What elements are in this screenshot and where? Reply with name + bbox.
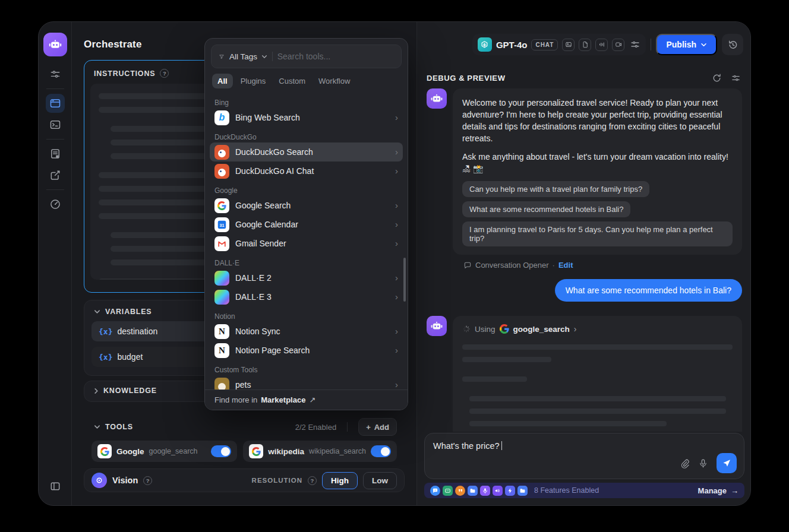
rail-divider xyxy=(46,88,64,89)
tool-item-google-calendar[interactable]: Google Calendar xyxy=(210,215,403,234)
openai-logo-icon xyxy=(478,37,492,52)
audio-capability-icon xyxy=(595,39,608,51)
features-bar[interactable]: 8 Features Enabled Manage → xyxy=(424,483,744,498)
tool-item-bing-web-search[interactable]: b Bing Web Search xyxy=(210,108,403,127)
feature-voice-icon[interactable] xyxy=(480,486,490,496)
tool-item-duckduckgo-ai-chat[interactable]: DuckDuckGo AI Chat xyxy=(210,162,403,180)
google-icon xyxy=(214,198,229,213)
tab-plugins[interactable]: Plugins xyxy=(235,74,272,88)
chat-area[interactable]: Welcome to your personalized travel serv… xyxy=(417,88,751,432)
send-button[interactable] xyxy=(717,453,737,473)
tool-toggle-google[interactable] xyxy=(211,445,231,457)
collapse-sidebar-icon[interactable] xyxy=(46,477,65,496)
model-settings-icon[interactable] xyxy=(630,39,640,50)
variables-title: VARIABLES xyxy=(105,308,152,316)
tab-custom[interactable]: Custom xyxy=(273,74,311,88)
reset-chat-icon[interactable] xyxy=(712,73,722,83)
model-selector[interactable]: GPT-4o CHAT xyxy=(472,34,646,55)
marketplace-link[interactable]: Marketplace xyxy=(261,395,305,404)
feature-folder-icon[interactable] xyxy=(468,486,478,496)
tool-item-notion-sync[interactable]: N Notion Sync xyxy=(210,322,403,341)
duckduckgo-icon xyxy=(214,164,229,179)
nav-logs-icon[interactable] xyxy=(46,144,65,163)
nav-terminal-icon[interactable] xyxy=(46,115,65,134)
duckduckgo-icon xyxy=(214,145,229,160)
feature-chat-bolt-icon[interactable] xyxy=(505,486,515,496)
resolution-low-button[interactable]: Low xyxy=(363,472,397,489)
tool-card-google[interactable]: Google google_search xyxy=(91,441,237,462)
tool-item-gmail-sender[interactable]: Gmail Sender xyxy=(210,234,403,253)
tool-call-row[interactable]: Using google_search › xyxy=(462,324,733,334)
google-icon xyxy=(97,444,112,458)
tool-toggle-wikipedia[interactable] xyxy=(371,445,391,457)
video-capability-icon xyxy=(612,39,624,51)
group-label-bing: Bing xyxy=(210,93,403,108)
gmail-icon xyxy=(214,236,229,251)
tool-item-google-search[interactable]: Google Search xyxy=(210,196,403,215)
assistant-message-loading: Using google_search › xyxy=(427,316,742,432)
preview-settings-icon[interactable] xyxy=(731,73,741,83)
help-icon[interactable]: ? xyxy=(160,69,169,78)
popover-search-bar: All Tags xyxy=(211,45,402,68)
message-input-value[interactable]: What's the price? xyxy=(433,441,500,451)
vision-label: Vision xyxy=(112,476,138,485)
app-logo-robot-icon[interactable] xyxy=(43,33,67,56)
chevron-down-icon xyxy=(700,43,707,47)
search-tools-input[interactable] xyxy=(277,52,394,61)
tool-item-dalle-3[interactable]: DALL·E 3 xyxy=(210,287,403,306)
using-label: Using xyxy=(475,325,496,334)
tool-item-pets[interactable]: pets xyxy=(210,375,403,390)
group-label-dalle: DALL·E xyxy=(210,253,403,268)
tool-item-label: Google Search xyxy=(235,201,389,210)
nav-dashboard-icon[interactable] xyxy=(46,195,65,214)
help-icon[interactable]: ? xyxy=(308,476,317,485)
page-title: Orchestrate xyxy=(84,39,142,50)
suggestion-chip[interactable]: What are some recommended hotels in Bali… xyxy=(462,201,630,217)
add-tool-button[interactable]: + Add xyxy=(358,418,397,436)
opener-label: Conversation Opener xyxy=(475,261,549,270)
welcome-paragraph: Ask me anything about travel - let's tur… xyxy=(462,151,733,175)
tool-item-label: Bing Web Search xyxy=(235,113,389,122)
help-icon[interactable]: ? xyxy=(143,476,152,485)
chevron-right-icon xyxy=(395,166,398,176)
popover-scrollbar[interactable] xyxy=(403,258,406,302)
feature-tts-icon[interactable] xyxy=(493,486,503,496)
marketplace-footer[interactable]: Find more in Marketplace ↗ xyxy=(205,390,408,410)
version-history-button[interactable] xyxy=(722,34,743,55)
skeleton-line xyxy=(462,344,733,350)
tool-function: google_search xyxy=(149,447,198,455)
tools-header[interactable]: TOOLS xyxy=(91,423,135,431)
tool-item-notion-page-search[interactable]: N Notion Page Search xyxy=(210,341,403,360)
message-input[interactable]: What's the price? xyxy=(424,433,744,479)
feature-chat-icon[interactable] xyxy=(430,486,440,496)
nav-builder-icon[interactable] xyxy=(46,94,65,113)
tools-popover: All Tags All Plugins Custom Workflow + xyxy=(204,38,408,410)
tab-all[interactable]: All xyxy=(212,74,233,88)
suggestion-chip[interactable]: I am planning travel to Paris for 5 days… xyxy=(462,221,733,246)
tool-card-wikipedia[interactable]: wikipedia wikipedia_search xyxy=(243,441,397,462)
chevron-right-icon xyxy=(395,219,398,230)
feature-quote-icon[interactable] xyxy=(455,486,465,496)
suggestion-chip[interactable]: Can you help me with a travel plan for f… xyxy=(462,181,649,197)
rail-divider xyxy=(46,189,64,190)
attach-file-icon[interactable] xyxy=(680,458,690,468)
tools-title: TOOLS xyxy=(105,423,133,431)
feature-folder-icon[interactable] xyxy=(517,486,528,496)
edit-opener-link[interactable]: Edit xyxy=(558,261,573,270)
tool-item-duckduckgo-search[interactable]: DuckDuckGo Search xyxy=(210,142,403,162)
google-icon xyxy=(249,444,263,458)
skeleton-line xyxy=(469,421,667,426)
feature-captions-icon[interactable] xyxy=(443,486,453,496)
voice-input-icon[interactable] xyxy=(698,458,708,468)
tool-name: wikipedia xyxy=(268,447,304,456)
manage-features-button[interactable]: Manage → xyxy=(698,486,738,495)
tool-item-dalle-2[interactable]: DALL·E 2 xyxy=(210,268,403,287)
nav-compose-icon[interactable] xyxy=(46,166,65,185)
all-tags-dropdown[interactable]: All Tags xyxy=(229,52,267,61)
group-label-duckduckgo: DuckDuckGo xyxy=(210,127,403,142)
publish-button[interactable]: Publish xyxy=(656,34,717,55)
tab-workflow[interactable]: Workflow xyxy=(313,74,355,88)
agent-settings-icon[interactable] xyxy=(46,65,65,84)
debug-preview-header: DEBUG & PREVIEW xyxy=(427,73,741,83)
resolution-high-button[interactable]: High xyxy=(322,472,358,489)
